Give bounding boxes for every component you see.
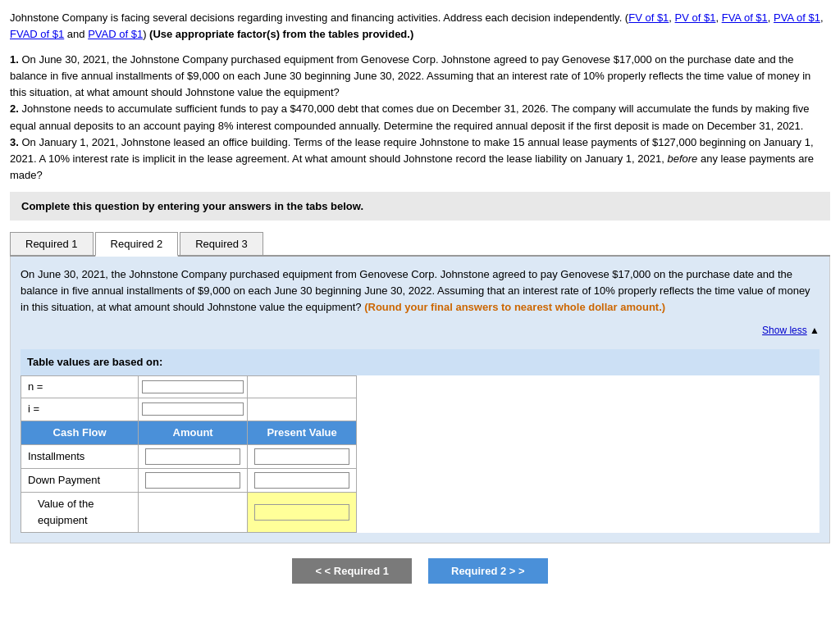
data-table: n = i = Cash Flow (21, 375, 357, 533)
value-equipment-pv-input[interactable] (254, 504, 349, 521)
tab-required-1[interactable]: Required 1 (10, 232, 94, 255)
rounding-note: (Round your final answers to nearest who… (364, 301, 665, 313)
tab-required-3[interactable]: Required 3 (180, 232, 263, 255)
down-payment-label: Down Payment (21, 468, 139, 492)
instruction-bold: (Use appropriate factor(s) from the tabl… (149, 28, 413, 40)
installments-pv-cell[interactable] (248, 444, 357, 468)
value-equipment-pv-cell[interactable] (248, 492, 357, 532)
i-empty (248, 398, 357, 421)
pv-link[interactable]: PV of $1 (675, 11, 716, 24)
installments-amount-cell[interactable] (139, 444, 248, 468)
i-input-cell[interactable] (139, 398, 248, 421)
n-input-cell[interactable] (139, 376, 248, 398)
i-input[interactable] (142, 402, 244, 416)
n-empty (248, 376, 357, 398)
show-less-row: Show less ▲ (21, 323, 819, 339)
ni-n-row: n = (21, 376, 139, 398)
fva-link[interactable]: FVA of $1 (722, 11, 768, 24)
table-row: Installments (21, 444, 357, 468)
table-section: Table values are based on: n = i = (21, 349, 819, 533)
installments-label: Installments (21, 444, 139, 468)
installments-pv-input[interactable] (254, 448, 349, 465)
installments-amount-input[interactable] (145, 448, 240, 465)
col-present-value: Present Value (248, 421, 357, 444)
ni-i-row: i = (21, 398, 139, 421)
n-label: n = (28, 380, 43, 393)
tabs-row: Required 1 Required 2 Required 3 (10, 232, 830, 257)
prev-button[interactable]: < Required 1 (292, 558, 412, 584)
down-payment-amount-cell[interactable] (139, 468, 248, 492)
table-header: Table values are based on: (21, 349, 819, 375)
value-equipment-label: Value of the equipment (21, 492, 139, 532)
down-payment-pv-cell[interactable] (248, 468, 357, 492)
down-payment-amount-input[interactable] (145, 472, 240, 489)
table-row: Down Payment (21, 468, 357, 492)
pva-link[interactable]: PVA of $1 (774, 11, 820, 24)
pvad-link[interactable]: PVAD of $1 (88, 28, 143, 40)
i-label: i = (28, 402, 39, 415)
bottom-buttons: < Required 1 Required 2 > (10, 558, 830, 584)
value-equipment-amount-cell (139, 492, 248, 532)
n-input[interactable] (142, 380, 244, 393)
question-block: 1. On June 30, 2021, the Johnstone Compa… (10, 52, 830, 184)
tab-content: On June 30, 2021, the Johnstone Company … (10, 257, 830, 543)
intro-text: Johnstone Company is facing several deci… (10, 10, 830, 42)
next-button[interactable]: Required 2 > (428, 558, 548, 584)
col-cash-flow: Cash Flow (21, 421, 139, 444)
complete-box: Complete this question by entering your … (10, 192, 830, 221)
fv-link[interactable]: FV of $1 (628, 11, 669, 24)
fvad-link[interactable]: FVAD of $1 (10, 28, 64, 40)
show-less-link[interactable]: Show less (762, 325, 807, 336)
col-amount: Amount (139, 421, 248, 444)
table-row: Value of the equipment (21, 492, 357, 532)
down-payment-pv-input[interactable] (254, 472, 349, 489)
tab-required-2[interactable]: Required 2 (95, 232, 179, 257)
